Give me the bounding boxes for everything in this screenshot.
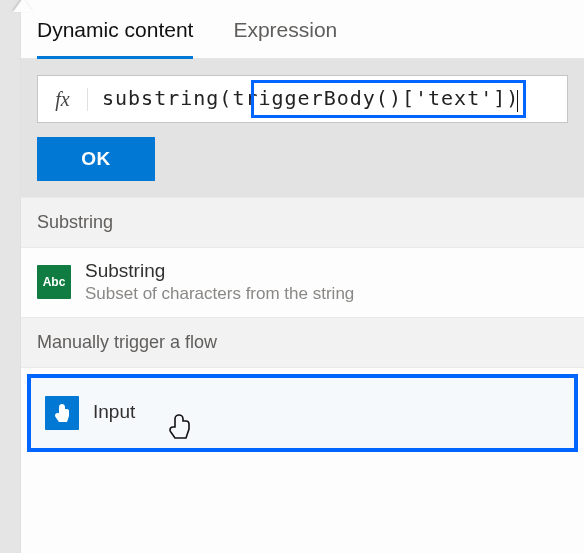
group-header-trigger: Manually trigger a flow: [21, 317, 584, 368]
fx-icon: fx: [38, 88, 88, 111]
text-caret: [517, 90, 518, 112]
trigger-input-label: Input: [93, 401, 135, 424]
expression-row: fx substring(triggerBody()['text']): [37, 75, 568, 123]
tab-expression[interactable]: Expression: [233, 18, 337, 58]
expression-section: fx substring(triggerBody()['text']) OK: [21, 59, 584, 197]
dynamic-content-panel: Dynamic content Expression fx substring(…: [20, 0, 584, 553]
group-header-substring: Substring: [21, 197, 584, 248]
callout-pointer: [13, 0, 33, 12]
item-title: Substring: [85, 260, 354, 283]
touch-icon: [45, 396, 79, 430]
item-desc: Subset of characters from the string: [85, 283, 354, 305]
tab-dynamic-content[interactable]: Dynamic content: [37, 18, 193, 58]
text-function-icon: Abc: [37, 265, 71, 299]
trigger-input-item[interactable]: Input: [27, 374, 578, 452]
expression-input[interactable]: substring(triggerBody()['text']): [88, 86, 567, 111]
ok-button[interactable]: OK: [37, 137, 155, 181]
expression-text: substring(triggerBody()['text']): [102, 86, 519, 110]
tab-strip: Dynamic content Expression: [21, 0, 584, 59]
function-item-substring[interactable]: Abc Substring Subset of characters from …: [21, 248, 584, 317]
